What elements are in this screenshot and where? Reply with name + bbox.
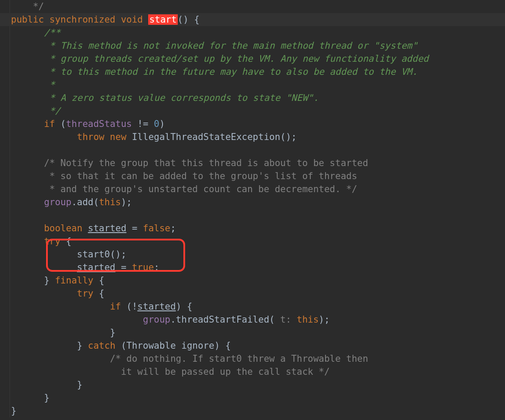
code-line[interactable]: public synchronized void start() {	[0, 13, 505, 26]
code-line[interactable]: if (!started) {	[0, 300, 505, 313]
code-line[interactable]: started = true;	[0, 261, 505, 274]
code-line[interactable]: it will be passed up the call stack */	[0, 365, 505, 378]
code-line[interactable]: */	[0, 0, 505, 13]
code-line[interactable]: * This method is not invoked for the mai…	[0, 39, 505, 52]
code-line[interactable]	[0, 209, 505, 222]
code-line[interactable]: *	[0, 78, 505, 91]
code-line[interactable]: if (threadStatus != 0)	[0, 117, 505, 130]
code-line[interactable]: }	[0, 391, 505, 404]
code-line[interactable]: * group threads created/set up by the VM…	[0, 52, 505, 65]
code-line[interactable]: group.add(this);	[0, 196, 505, 209]
code-line[interactable]: group.threadStartFailed( t: this);	[0, 313, 505, 326]
code-line[interactable]: * so that it can be added to the group's…	[0, 170, 505, 183]
code-line[interactable]: */	[0, 104, 505, 117]
code-line[interactable]: * A zero status value corresponds to sta…	[0, 91, 505, 104]
code-line[interactable]: }	[0, 404, 505, 417]
code-line[interactable]: * to this method in the future may have …	[0, 65, 505, 78]
code-line[interactable]: }	[0, 326, 505, 339]
code-line[interactable]: /* Notify the group that this thread is …	[0, 157, 505, 170]
code-line[interactable]: } finally {	[0, 274, 505, 287]
code-line[interactable]: /**	[0, 26, 505, 39]
code-line[interactable]: try {	[0, 287, 505, 300]
code-line[interactable]: boolean started = false;	[0, 222, 505, 235]
code-line[interactable]: }	[0, 378, 505, 391]
code-line[interactable]: try {	[0, 235, 505, 248]
code-line[interactable]: throw new IllegalThreadStateException();	[0, 130, 505, 143]
code-line[interactable]: } catch (Throwable ignore) {	[0, 339, 505, 352]
code-line[interactable]: start0();	[0, 248, 505, 261]
code-line[interactable]: * and the group's unstarted count can be…	[0, 183, 505, 196]
code-line[interactable]: /* do nothing. If start0 threw a Throwab…	[0, 352, 505, 365]
method-name-highlight: start	[148, 14, 177, 25]
code-line[interactable]	[0, 143, 505, 157]
code-editor[interactable]: */ public synchronized void start() { /*…	[0, 0, 505, 417]
